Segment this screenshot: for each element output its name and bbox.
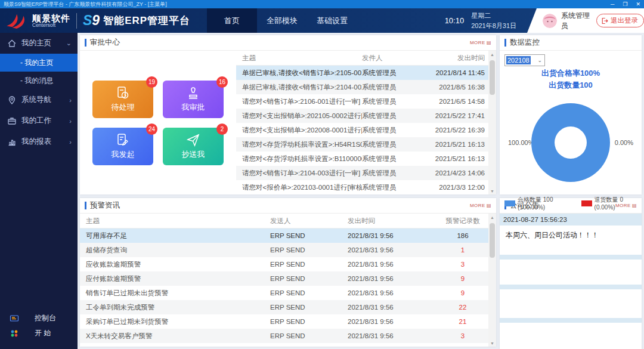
header-clock: 10:10 星期二 2021年8月31日 <box>445 11 516 30</box>
period-value: 202108 <box>506 56 531 64</box>
notice-empty-row <box>500 285 642 289</box>
tile-my-approvals[interactable]: 16 我审批 <box>163 81 224 118</box>
sidebar-group-my-reports[interactable]: 我的报表 › <box>0 131 78 152</box>
alerts-panel-title: 预警资讯 <box>90 200 120 211</box>
logout-icon <box>601 17 608 24</box>
chevron-right-icon: › <box>69 138 72 146</box>
approval-table: 主题 发件人 发出时间 单据已审核,请接收<销售订单>:2105-001系统管理… <box>236 51 488 194</box>
brand-logo: 顺景软件 Centersoft <box>0 13 70 29</box>
sidebar: 我的主页 ⌄ - 我的主页 - 我的消息 系统导航 › 我的工作 › 我的报表 … <box>0 33 78 349</box>
brand-subtitle: Centersoft <box>32 23 70 28</box>
alerts-panel: 预警资讯 MORE▤ 主题 发送人 发出时间 预警记录数 可用库存不足ERP S… <box>80 198 496 347</box>
panel-accent <box>85 39 86 47</box>
tile-initiated-by-me[interactable]: 24 我发起 <box>92 128 153 165</box>
main-nav: 首页 全部模块 基础设置 <box>207 8 357 33</box>
briefcase-icon <box>7 116 17 126</box>
approval-row[interactable]: 请您对<销售订单>:2106-001进行[一审]系统管理员2021/6/5 14… <box>236 94 488 109</box>
product-name: 智能ERP管理平台 <box>103 14 190 27</box>
ship-qty-text: 出货数量100 <box>504 79 637 91</box>
period-select[interactable]: 202108 ⌄ <box>504 54 545 66</box>
start-button[interactable]: 开 始 <box>0 326 78 341</box>
my-approvals-badge: 16 <box>216 76 228 88</box>
sidebar-item-my-home[interactable]: - 我的主页 <box>0 54 78 72</box>
alerts-table: 主题 发送人 发出时间 预警记录数 可用库存不足ERP SEND2021/8/3… <box>80 214 488 347</box>
doc-pencil-icon <box>116 133 130 147</box>
user-area: 系统管理员 退出登录 <box>527 8 644 33</box>
scroll-thumb[interactable] <box>490 60 495 95</box>
alert-row[interactable]: 超储存货查询ERP SEND2021/8/31 9:561 <box>80 243 488 257</box>
notice-timestamp[interactable]: 2021-08-27 15:56:23 <box>500 214 642 226</box>
close-button[interactable]: ✕ <box>636 1 640 7</box>
minimize-button[interactable]: ─ <box>611 1 614 7</box>
approval-row[interactable]: 单据已审核,请接收<销售订单>:2105-001系统管理员2021/8/14 1… <box>236 66 488 80</box>
approval-more-button[interactable]: MORE▤ <box>470 40 491 45</box>
sidebar-group-my-work[interactable]: 我的工作 › <box>0 110 78 131</box>
initiated-badge: 24 <box>146 123 157 135</box>
alert-row[interactable]: 可用库存不足ERP SEND2021/8/31 9:56186 <box>80 228 488 243</box>
pass-rate-text: 出货合格率100% <box>504 67 637 79</box>
donut-right-label: 0.00% <box>615 139 633 146</box>
chevron-right-icon: › <box>69 97 72 104</box>
alert-row[interactable]: 采购订单已过期未到货预警ERP SEND2021/8/31 9:5621 <box>80 314 488 329</box>
alert-row[interactable]: X天未转交易客户预警ERP SEND2021/8/31 9:563 <box>80 329 488 343</box>
tile-pending[interactable]: 19 待处理 <box>92 81 153 118</box>
approval-panel-title: 审批中心 <box>90 38 120 48</box>
scroll-up-icon[interactable]: ▲ <box>490 51 494 58</box>
nav-tab-home[interactable]: 首页 <box>207 8 257 33</box>
chevron-right-icon: › <box>69 118 72 125</box>
approval-row[interactable]: 请您对<存货浮动耗损率设置>:B11000001进行[审核]系统管理员2021/… <box>236 152 488 166</box>
nav-tab-modules[interactable]: 全部模块 <box>257 8 307 33</box>
user-name: 系统管理员 <box>561 11 591 31</box>
bar-chart-icon <box>7 137 17 147</box>
home-icon <box>7 39 17 48</box>
approval-tiles: 19 待处理 16 <box>80 51 236 194</box>
maximize-button[interactable]: ❐ <box>623 1 627 7</box>
legend-swatch-red <box>581 200 592 206</box>
start-icon <box>10 329 19 338</box>
scroll-down-icon[interactable]: ▼ <box>490 187 494 194</box>
alerts-more-button[interactable]: MORE▤ <box>470 203 491 208</box>
sidebar-group-my-home[interactable]: 我的主页 ⌄ <box>0 33 78 54</box>
chevron-down-icon: ⌄ <box>537 57 544 63</box>
more-icon: ▤ <box>487 203 491 208</box>
approval-row[interactable]: 请您对<支出报销单>:202105-0002进行[审核]系统管理员2021/5/… <box>236 109 488 123</box>
brand-name: 顺景软件 <box>32 14 70 23</box>
scroll-down-icon[interactable]: ▼ <box>490 339 494 347</box>
sidebar-group-system-nav[interactable]: 系统导航 › <box>0 89 78 110</box>
scroll-thumb[interactable] <box>490 223 495 258</box>
approval-row[interactable]: 请您对<存货浮动耗损率设置>:H54R1S006002进行[审核]系统管理员20… <box>236 137 488 152</box>
console-button[interactable]: 控制台 <box>0 311 78 326</box>
alert-row[interactable]: 工令单到期未完成预警ERP SEND2021/8/31 9:5622 <box>80 300 488 314</box>
nav-tab-settings[interactable]: 基础设置 <box>307 8 357 33</box>
tile-cc-to-me[interactable]: 2 抄送我 <box>163 128 224 165</box>
brand-divider <box>76 13 77 29</box>
notice-empty-row <box>500 255 642 260</box>
alert-row[interactable]: 销售订单已过期未出货预警ERP SEND2021/8/31 9:569 <box>80 286 488 300</box>
logout-button[interactable]: 退出登录 <box>596 14 644 27</box>
avatar[interactable] <box>543 14 557 28</box>
clock-weekday: 星期二 <box>471 12 491 19</box>
alert-row[interactable]: 应收账款逾期预警ERP SEND2021/8/31 9:563 <box>80 257 488 271</box>
alert-row[interactable]: 应付账款逾期预警ERP SEND2021/8/31 9:569 <box>80 271 488 286</box>
sidebar-item-my-messages[interactable]: - 我的消息 <box>0 72 78 89</box>
approval-row[interactable]: 单据已审核,请接收<销售订单>:2104-002系统管理员2021/8/5 16… <box>236 80 488 94</box>
more-icon: ▤ <box>487 40 491 45</box>
approval-center-panel: 审批中心 MORE▤ 19 待处理 <box>80 35 496 194</box>
legend-swatch-blue <box>504 200 515 206</box>
approval-row[interactable]: 请您对<报价单>:202103-0001进行[审核]系统管理员2021/3/3 … <box>236 180 488 194</box>
approval-scrollbar[interactable]: ▲ ▼ <box>488 51 496 194</box>
alerts-scrollbar[interactable]: ▲ ▼ <box>488 214 496 347</box>
approval-row[interactable]: 请您对<支出报销单>:202008-0001进行[审核]系统管理员2021/5/… <box>236 123 488 137</box>
notice-panel: 公司公告 MORE▤ 2021-08-27 15:56:23 本周六、周日公司活… <box>500 198 642 349</box>
map-pin-icon <box>7 95 17 105</box>
clock-time: 10:10 <box>445 16 465 25</box>
scroll-up-icon[interactable]: ▲ <box>490 214 494 221</box>
chart-legend: 合格数量 100 (100.00%) 退货数量 0 (0.00%) <box>504 196 637 211</box>
legend-return: 退货数量 0 (0.00%) <box>595 196 637 211</box>
chevron-down-icon: ⌄ <box>66 39 72 47</box>
stamp-icon <box>186 86 200 100</box>
pending-badge: 19 <box>146 76 157 88</box>
donut-chart: 100.00% 0.00% <box>504 94 637 191</box>
paper-plane-icon <box>186 133 200 147</box>
approval-row[interactable]: 请您对<销售订单>:2104-003进行[一审]系统管理员2021/4/23 1… <box>236 166 488 180</box>
